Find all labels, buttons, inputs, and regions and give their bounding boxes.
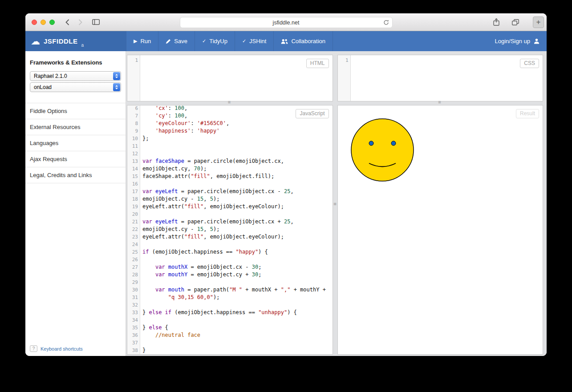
- line-number: 31: [127, 294, 138, 301]
- line-number: 27: [127, 263, 138, 271]
- sidebar-toggle-icon[interactable]: [92, 19, 100, 25]
- login-button[interactable]: Login/Sign up: [487, 31, 547, 51]
- smiley-face: [351, 119, 414, 181]
- line-number: 15: [127, 173, 138, 180]
- code-line: "q 30,15 60,0");: [142, 294, 333, 301]
- share-icon[interactable]: [493, 18, 499, 26]
- login-label: Login/Sign up: [495, 38, 530, 44]
- code-line: //neutral face: [142, 331, 333, 339]
- result-panel-label: Result: [516, 109, 539, 118]
- cloud-logo-icon: ☁: [31, 36, 40, 46]
- keyboard-shortcuts-link[interactable]: Keyboard shortcuts: [41, 346, 83, 352]
- code-line: faceShape.attr("fill", emojiObject.fill)…: [142, 173, 333, 180]
- sidebar: Frameworks & Extensions Raphael 2.1.0 on…: [25, 51, 126, 356]
- sidebar-item-external-resources[interactable]: External Resources: [25, 119, 126, 135]
- html-gutter: 1: [127, 55, 140, 101]
- tidyup-check-icon: ✓: [202, 39, 206, 44]
- resize-grip-horizontal-left[interactable]: [228, 100, 231, 105]
- panel-css: 1 CSS: [337, 55, 544, 101]
- line-number: 24: [127, 241, 138, 248]
- resize-grip-vertical[interactable]: [333, 202, 337, 205]
- select-stepper-icon: [113, 83, 120, 91]
- line-number: 1: [338, 57, 349, 64]
- toolbar-button-run[interactable]: ▶Run: [126, 31, 158, 51]
- close-button[interactable]: [32, 20, 37, 25]
- toolbar-button-tidyup[interactable]: ✓TidyUp: [195, 31, 235, 51]
- line-number: 32: [127, 301, 138, 309]
- code-line: [142, 142, 333, 150]
- toolbar-button-collaboration[interactable]: Collaboration: [274, 31, 333, 51]
- new-tab-button[interactable]: +: [533, 16, 544, 28]
- forward-button[interactable]: [78, 19, 82, 25]
- reload-icon[interactable]: [383, 20, 389, 27]
- zoom-button[interactable]: [49, 20, 55, 25]
- js-panel-label: JavaScript: [296, 109, 329, 118]
- line-number: 38: [127, 347, 138, 354]
- smiley-eye-right: [391, 141, 396, 145]
- line-number: 13: [127, 158, 138, 165]
- toolbar-button-label: Collaboration: [291, 38, 325, 44]
- framework-select-value: Raphael 2.1.0: [34, 73, 67, 79]
- line-number: 37: [127, 339, 138, 347]
- css-code-area[interactable]: [351, 55, 543, 101]
- browser-window: jsfiddle.net + ☁ JSFIDDLE a ▶RunSave✓Tid…: [25, 13, 547, 356]
- html-panel-label: HTML: [306, 59, 329, 68]
- onload-select[interactable]: onLoad: [30, 82, 121, 92]
- line-number: 14: [127, 165, 138, 173]
- line-number: 34: [127, 316, 138, 324]
- toolbar-button-label: Run: [140, 38, 151, 44]
- code-line: 'eyeColour': '#1565C0',: [142, 120, 333, 127]
- url-field[interactable]: jsfiddle.net: [180, 17, 393, 28]
- css-panel-label: CSS: [520, 59, 539, 68]
- line-number: 17: [127, 188, 138, 195]
- code-line: var mouthY = emojiObject.cy + 30;: [142, 271, 333, 279]
- code-line: [142, 279, 333, 286]
- save-pencil-icon: [166, 39, 171, 44]
- line-number: 23: [127, 233, 138, 241]
- toolbar-button-label: TidyUp: [209, 38, 227, 44]
- run-icon: ▶: [134, 39, 137, 44]
- result-canvas: [338, 105, 431, 199]
- code-line: [142, 316, 333, 324]
- line-number: 29: [127, 279, 138, 286]
- sidebar-item-fiddle-options[interactable]: Fiddle Options: [25, 103, 126, 119]
- code-line: emojiObject.cy - 15, 5);: [142, 226, 333, 233]
- tabs-overview-icon[interactable]: [512, 19, 519, 25]
- desktop: { "colors": { "brand_blue": "#4375bb", "…: [0, 0, 572, 392]
- toolbar-button-save[interactable]: Save: [158, 31, 195, 51]
- line-number: 28: [127, 271, 138, 279]
- js-code-area[interactable]: 'cx': 100, 'cy': 100, 'eyeColour': '#156…: [140, 105, 333, 354]
- css-gutter: 1: [338, 55, 351, 101]
- sidebar-item-languages[interactable]: Languages: [25, 135, 126, 151]
- smiley-eye-left: [369, 141, 373, 145]
- toolbar-button-jshint[interactable]: ✓JSHint: [235, 31, 274, 51]
- code-line: [142, 150, 333, 158]
- back-button[interactable]: [65, 19, 69, 25]
- line-number: 12: [127, 150, 138, 158]
- resize-grip-horizontal-right[interactable]: [438, 100, 441, 105]
- minimize-button[interactable]: [41, 20, 46, 25]
- html-code-area[interactable]: [140, 55, 333, 101]
- onload-select-value: onLoad: [34, 84, 52, 90]
- line-number: 8: [127, 120, 138, 127]
- jsfiddle-logo[interactable]: ☁ JSFIDDLE a: [25, 31, 126, 51]
- line-number: 30: [127, 286, 138, 294]
- sidebar-item-ajax-requests[interactable]: Ajax Requests: [25, 151, 126, 167]
- line-number: 22: [127, 226, 138, 233]
- line-number: 26: [127, 256, 138, 263]
- editor-area: 1 HTML 1 CSS 678910111213141516171819202…: [126, 51, 547, 356]
- select-stepper-icon: [113, 72, 120, 80]
- code-line: [142, 301, 333, 309]
- traffic-lights: [32, 20, 55, 25]
- sidebar-item-legal-credits-and-links[interactable]: Legal, Credits and Links: [25, 167, 126, 183]
- line-number: 18: [127, 195, 138, 203]
- code-line: if (emojiObject.happiness == "happy") {: [142, 248, 333, 256]
- help-button[interactable]: ?: [30, 345, 37, 352]
- frameworks-heading: Frameworks & Extensions: [25, 56, 126, 71]
- line-number: 20: [127, 210, 138, 218]
- code-line: emojiObject.cy - 15, 5);: [142, 195, 333, 203]
- toolbar-button-label: Save: [174, 38, 187, 44]
- framework-select[interactable]: Raphael 2.1.0: [30, 71, 121, 81]
- line-number: 1: [127, 57, 138, 64]
- line-number: 7: [127, 112, 138, 120]
